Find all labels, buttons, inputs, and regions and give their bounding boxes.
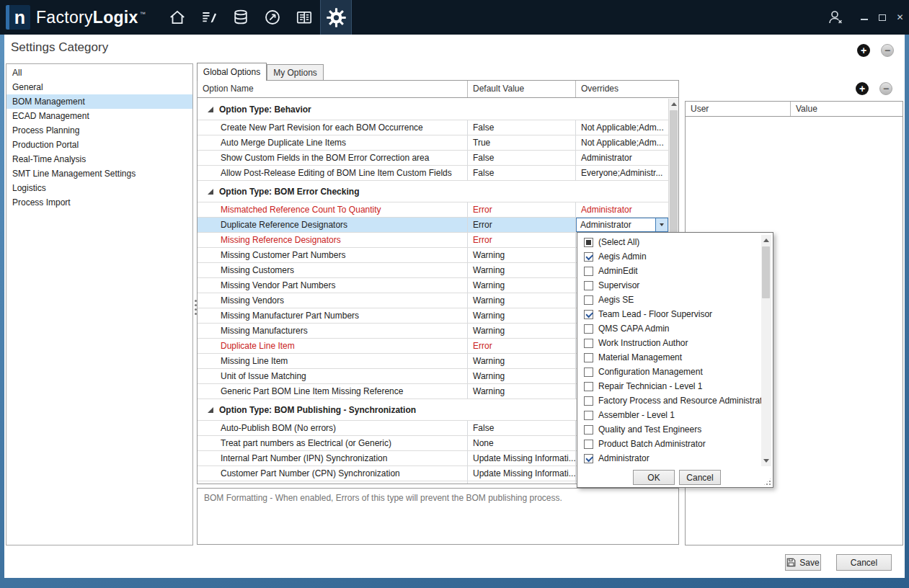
cancel-button[interactable]: Cancel bbox=[836, 554, 892, 571]
resize-grip[interactable] bbox=[763, 477, 772, 486]
overrides-cell[interactable]: Everyone;Administr... bbox=[576, 166, 668, 180]
option-name-cell[interactable]: Show Custom Fields in the BOM Error Corr… bbox=[198, 151, 468, 165]
default-value-cell[interactable]: False bbox=[468, 166, 576, 180]
remove-button[interactable]: − bbox=[881, 44, 894, 57]
dropdown-item[interactable]: Aegis Admin bbox=[577, 249, 761, 264]
option-name-cell[interactable]: Create New Part Revision for each BOM Oc… bbox=[198, 120, 468, 135]
default-value-cell[interactable]: False bbox=[468, 151, 576, 165]
sidebar-category-item[interactable]: Process Import bbox=[6, 195, 192, 210]
close-button[interactable]: ✕ bbox=[891, 6, 909, 28]
option-name-cell[interactable]: Generic Part BOM Line Item Missing Refer… bbox=[198, 384, 468, 398]
column-header-overrides[interactable]: Overrides bbox=[576, 81, 668, 97]
sidebar-category-item[interactable]: ECAD Management bbox=[6, 109, 192, 123]
checkbox-icon[interactable] bbox=[584, 238, 593, 247]
option-name-cell[interactable]: Duplicate Line Item bbox=[198, 339, 468, 353]
option-name-cell[interactable]: Customer Part Number (CPN) Synchronizati… bbox=[198, 466, 468, 481]
default-value-cell[interactable]: Update Missing Informati... bbox=[468, 466, 576, 481]
navigator-icon[interactable] bbox=[257, 0, 288, 35]
option-name-cell[interactable]: Treat part numbers as Electrical (or Gen… bbox=[198, 436, 468, 450]
option-name-cell[interactable]: Duplicate Reference Designators bbox=[198, 218, 468, 232]
scroll-up-icon[interactable] bbox=[669, 99, 678, 110]
default-value-cell[interactable]: Error bbox=[468, 202, 576, 217]
sidebar-category-item[interactable]: SMT Line Management Settings bbox=[6, 166, 192, 181]
option-name-cell[interactable]: Missing Customers bbox=[198, 263, 468, 277]
dropdown-scroll-up-icon[interactable] bbox=[761, 235, 771, 246]
option-name-cell[interactable]: Missing Line Item bbox=[198, 354, 468, 368]
settings-icon[interactable] bbox=[320, 0, 352, 35]
default-value-cell[interactable]: None bbox=[468, 436, 576, 450]
option-name-cell[interactable]: Missing Manufacturer Part Numbers bbox=[198, 308, 468, 323]
sidebar-category-item[interactable]: Process Planning bbox=[6, 123, 192, 138]
checkbox-icon[interactable] bbox=[584, 411, 593, 420]
checkbox-icon[interactable] bbox=[584, 396, 593, 406]
default-value-cell[interactable]: Warning bbox=[468, 369, 576, 383]
sidebar-category-item[interactable]: Real-Time Analysis bbox=[6, 152, 192, 166]
checkbox-icon[interactable] bbox=[584, 454, 593, 463]
column-header-value[interactable]: Value bbox=[791, 102, 903, 116]
dropdown-item[interactable]: Administrator bbox=[577, 451, 761, 466]
reports-icon[interactable] bbox=[288, 0, 320, 35]
sidebar-category-item[interactable]: General bbox=[6, 80, 192, 94]
default-value-cell[interactable]: Warning bbox=[468, 384, 576, 398]
group-header-row[interactable]: Option Type: BOM Error Checking bbox=[198, 181, 668, 202]
dropdown-item[interactable]: QMS CAPA Admin bbox=[577, 321, 761, 336]
materials-icon[interactable] bbox=[225, 0, 257, 35]
dropdown-item[interactable]: AdminEdit bbox=[577, 264, 761, 278]
column-header-option-name[interactable]: Option Name bbox=[198, 81, 468, 97]
right-panel-remove-button[interactable]: − bbox=[879, 82, 892, 95]
dropdown-scrollbar[interactable] bbox=[761, 235, 771, 466]
default-value-cell[interactable]: True bbox=[468, 135, 576, 150]
default-value-cell[interactable]: False bbox=[468, 421, 576, 435]
home-icon[interactable] bbox=[161, 0, 193, 35]
dropdown-item[interactable]: Supervisor bbox=[577, 278, 761, 293]
default-value-cell[interactable]: Update Missing Informati... bbox=[468, 451, 576, 466]
option-row[interactable]: Allow Post-Release Editing of BOM Line I… bbox=[198, 166, 668, 181]
overrides-cell[interactable]: Not Applicable;Adm... bbox=[576, 120, 668, 135]
default-value-cell[interactable]: Error bbox=[468, 339, 576, 353]
dropdown-item[interactable]: Material Management bbox=[577, 350, 761, 365]
option-row[interactable]: Create New Part Revision for each BOM Oc… bbox=[198, 120, 668, 135]
option-name-cell[interactable]: Missing Vendors bbox=[198, 293, 468, 308]
add-button[interactable]: + bbox=[857, 44, 870, 57]
checkbox-icon[interactable] bbox=[584, 267, 593, 276]
dropdown-item[interactable]: Team Lead - Floor Supervisor bbox=[577, 307, 761, 321]
save-button[interactable]: Save bbox=[785, 554, 821, 571]
default-value-cell[interactable]: Warning bbox=[468, 278, 576, 293]
minimize-button[interactable] bbox=[855, 6, 873, 28]
overrides-cell[interactable]: Administrator bbox=[576, 218, 668, 232]
group-header-row[interactable]: Option Type: Behavior bbox=[198, 99, 668, 120]
sidebar-category-item[interactable]: BOM Management bbox=[6, 94, 192, 109]
overrides-cell[interactable]: Administrator bbox=[576, 202, 668, 217]
column-header-user[interactable]: User bbox=[686, 102, 791, 116]
default-value-cell[interactable]: Error bbox=[468, 233, 576, 247]
column-header-default-value[interactable]: Default Value bbox=[468, 81, 576, 97]
option-row[interactable]: Duplicate Reference Designators Error Ad… bbox=[198, 218, 668, 233]
dropdown-item[interactable]: Repair Technician - Level 1 bbox=[577, 379, 761, 393]
right-panel-add-button[interactable]: + bbox=[856, 82, 869, 95]
checkbox-icon[interactable] bbox=[584, 295, 593, 305]
option-name-cell[interactable]: Vendor Part Number (VPN) Synchronization bbox=[198, 481, 468, 484]
sidebar-category-item[interactable]: Logistics bbox=[6, 181, 192, 195]
dropdown-item[interactable]: Assembler - Level 1 bbox=[577, 408, 761, 422]
checkbox-icon[interactable] bbox=[584, 425, 593, 435]
user-logout-icon[interactable] bbox=[822, 6, 849, 28]
tab-global-options[interactable]: Global Options bbox=[197, 63, 267, 81]
default-value-cell[interactable]: Warning bbox=[468, 248, 576, 262]
default-value-cell[interactable]: Update Missing Informati... bbox=[468, 481, 576, 484]
option-name-cell[interactable]: Allow Post-Release Editing of BOM Line I… bbox=[198, 166, 468, 180]
checkbox-icon[interactable] bbox=[584, 353, 593, 362]
planning-icon[interactable] bbox=[193, 0, 225, 35]
sidebar-category-item[interactable]: All bbox=[6, 66, 192, 80]
dropdown-item[interactable]: Work Instruction Author bbox=[577, 336, 761, 350]
dropdown-item[interactable]: Quality and Test Engineers bbox=[577, 422, 761, 437]
checkbox-icon[interactable] bbox=[584, 368, 593, 377]
option-name-cell[interactable]: Missing Reference Designators bbox=[198, 233, 468, 247]
default-value-cell[interactable]: False bbox=[468, 120, 576, 135]
option-row[interactable]: Mismatched Reference Count To Quantity E… bbox=[198, 202, 668, 218]
option-name-cell[interactable]: Missing Customer Part Numbers bbox=[198, 248, 468, 262]
tab-my-options[interactable]: My Options bbox=[267, 64, 324, 80]
default-value-cell[interactable]: Warning bbox=[468, 293, 576, 308]
checkbox-icon[interactable] bbox=[584, 281, 593, 290]
default-value-cell[interactable]: Warning bbox=[468, 354, 576, 368]
option-name-cell[interactable]: Auto Merge Duplicate Line Items bbox=[198, 135, 468, 150]
